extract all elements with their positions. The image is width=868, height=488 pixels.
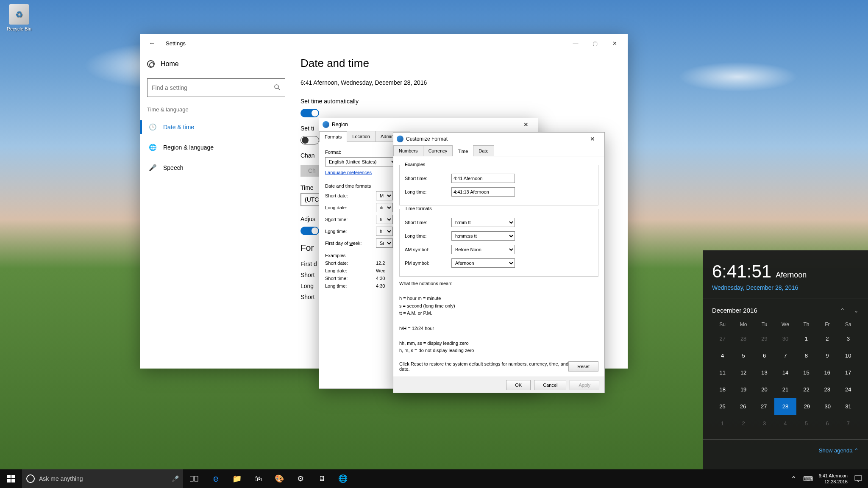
calendar-prev-button[interactable]: ⌃ (840, 307, 845, 314)
calendar-day[interactable]: 2 (733, 415, 754, 432)
calendar-day[interactable]: 30 (817, 398, 838, 415)
long-time-select[interactable]: h:m (376, 227, 393, 236)
am-symbol[interactable]: Before Noon (451, 245, 515, 254)
calendar-day[interactable]: 3 (754, 415, 775, 432)
minimize-button[interactable]: — (566, 34, 585, 53)
long-date-select[interactable]: dd (376, 203, 393, 212)
long-time-format[interactable]: h:mm:ss tt (451, 231, 515, 241)
short-date-select[interactable]: M. (376, 191, 393, 200)
calendar-day[interactable]: 8 (796, 347, 817, 364)
microphone-icon[interactable]: 🎤 (172, 475, 179, 482)
store-button[interactable]: 🛍 (248, 469, 269, 488)
calendar-day[interactable]: 23 (817, 381, 837, 398)
settings-search[interactable] (147, 78, 285, 97)
auto-tz-toggle[interactable] (300, 136, 319, 144)
maximize-button[interactable]: ▢ (585, 34, 605, 53)
calendar-day[interactable]: 5 (733, 347, 754, 364)
calendar-day[interactable]: 29 (796, 398, 817, 415)
calendar-day[interactable]: 4 (775, 415, 796, 432)
short-time-select[interactable]: h:m (376, 215, 393, 224)
tab-date[interactable]: Date (473, 145, 494, 156)
calendar-day[interactable]: 14 (775, 364, 796, 381)
calendar-day[interactable]: 17 (838, 364, 859, 381)
edge-button[interactable]: e (205, 469, 226, 488)
back-button[interactable]: ← (144, 39, 161, 47)
calendar-day[interactable]: 1 (796, 330, 817, 347)
auto-time-toggle[interactable] (300, 109, 319, 117)
calendar-day[interactable]: 27 (754, 398, 774, 415)
calendar-day[interactable]: 12 (733, 364, 754, 381)
calendar-day[interactable]: 24 (838, 381, 859, 398)
calendar-day[interactable]: 6 (817, 415, 837, 432)
nav-region-language[interactable]: 🌐 Region & language (147, 137, 285, 158)
tab-currency[interactable]: Currency (423, 145, 453, 156)
tab-numbers[interactable]: Numbers (393, 145, 423, 156)
calendar-day[interactable]: 18 (712, 381, 733, 398)
format-select[interactable]: English (United States) (325, 157, 397, 166)
task-view-button[interactable] (183, 469, 205, 488)
calendar-day[interactable]: 20 (754, 381, 775, 398)
calendar-day[interactable]: 2 (817, 330, 837, 347)
cancel-button[interactable]: Cancel (534, 380, 566, 390)
cortana-search[interactable]: Ask me anything 🎤 (22, 469, 183, 488)
calendar-next-button[interactable]: ⌄ (854, 307, 859, 314)
app-button-1[interactable]: 🖥 (311, 469, 332, 488)
calendar-day[interactable]: 28 (774, 398, 797, 415)
nav-speech[interactable]: 🎤 Speech (147, 158, 285, 178)
pm-symbol[interactable]: Afernoon (451, 258, 515, 268)
short-time-format[interactable]: h:mm tt (451, 218, 515, 227)
calendar-day[interactable]: 10 (838, 347, 859, 364)
dst-toggle[interactable] (300, 227, 319, 235)
calendar-day[interactable]: 21 (775, 381, 796, 398)
calendar-day[interactable]: 4 (712, 347, 733, 364)
settings-taskbar-button[interactable]: ⚙ (290, 469, 311, 488)
custom-titlebar[interactable]: Customize Format ✕ (393, 133, 604, 145)
desktop[interactable]: Recycle Bin ← Settings — ▢ ✕ Home (0, 0, 868, 488)
show-agenda-link[interactable]: Show agenda ⌃ (712, 447, 859, 454)
calendar-day[interactable]: 19 (733, 381, 754, 398)
taskbar-clock[interactable]: 6:41 Afernoon 12.28.2016 (815, 473, 851, 485)
tab-time[interactable]: Time (452, 146, 473, 156)
calendar-day[interactable]: 11 (712, 364, 733, 381)
calendar-day[interactable]: 27 (712, 330, 733, 347)
calendar-day[interactable]: 5 (796, 415, 817, 432)
home-nav[interactable]: Home (147, 56, 285, 72)
reset-button[interactable]: Reset (568, 361, 598, 372)
calendar-day[interactable]: 16 (817, 364, 837, 381)
action-center-button[interactable] (851, 469, 865, 488)
calendar-day[interactable]: 1 (712, 415, 733, 432)
calendar-day[interactable]: 29 (754, 330, 775, 347)
flyout-date[interactable]: Wednesday, December 28, 2016 (712, 284, 859, 291)
calendar-day[interactable]: 25 (712, 398, 733, 415)
tray-keyboard[interactable]: ⌨ (801, 469, 815, 488)
tab-location[interactable]: Location (347, 131, 376, 141)
calendar-day[interactable]: 22 (796, 381, 817, 398)
calendar-day[interactable]: 6 (754, 347, 775, 364)
calendar-day[interactable]: 30 (775, 330, 796, 347)
ok-button[interactable]: OK (506, 380, 531, 390)
calendar-day[interactable]: 9 (817, 347, 837, 364)
apply-button[interactable]: Apply (570, 380, 599, 390)
tab-formats[interactable]: Formats (319, 131, 347, 142)
start-button[interactable] (0, 469, 22, 488)
calendar-day[interactable]: 13 (754, 364, 775, 381)
nav-date-time[interactable]: 🕒 Date & time (147, 117, 285, 137)
calendar-day[interactable]: 15 (796, 364, 817, 381)
calendar-day[interactable]: 7 (775, 347, 796, 364)
tray-overflow[interactable]: ⌃ (786, 469, 801, 488)
paint-button[interactable]: 🎨 (269, 469, 290, 488)
custom-close-button[interactable]: ✕ (584, 136, 601, 142)
language-preferences-link[interactable]: Language preferences (325, 170, 372, 175)
settings-titlebar[interactable]: ← Settings — ▢ ✕ (140, 34, 628, 53)
app-button-2[interactable]: 🌐 (332, 469, 353, 488)
search-input[interactable] (147, 78, 285, 97)
region-titlebar[interactable]: Region ✕ (319, 118, 538, 131)
calendar-day[interactable]: 7 (838, 415, 859, 432)
calendar-day[interactable]: 31 (838, 398, 859, 415)
calendar-month[interactable]: December 2016 (712, 307, 757, 314)
file-explorer-button[interactable]: 📁 (226, 469, 248, 488)
first-day-select[interactable]: Sur (376, 238, 393, 248)
close-button[interactable]: ✕ (605, 34, 624, 53)
calendar-day[interactable]: 28 (733, 330, 754, 347)
region-close-button[interactable]: ✕ (517, 121, 534, 128)
